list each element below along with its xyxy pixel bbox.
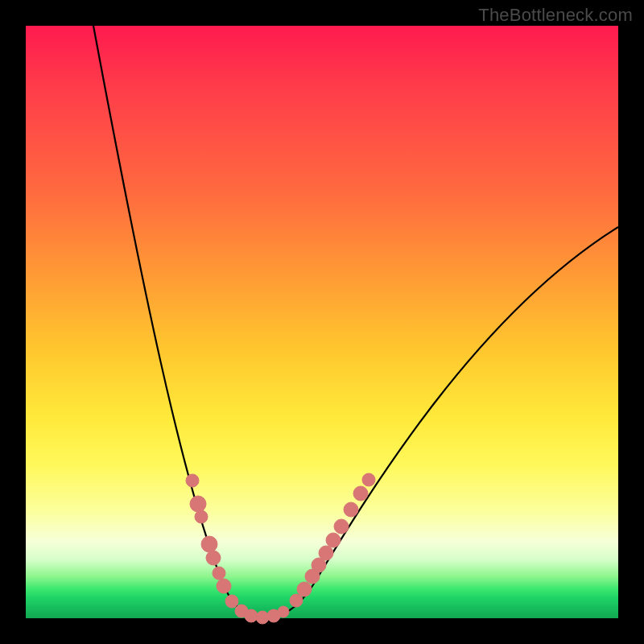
data-marker	[195, 510, 208, 523]
data-marker	[225, 595, 238, 608]
data-marker	[278, 606, 289, 617]
curve-group	[93, 26, 618, 617]
data-marker	[344, 502, 358, 517]
data-marker	[213, 567, 225, 580]
data-marker	[326, 533, 341, 547]
data-marker	[256, 611, 269, 624]
watermark-text: TheBottleneck.com	[478, 5, 633, 26]
data-marker	[201, 536, 217, 552]
marker-group	[186, 473, 375, 624]
data-marker	[319, 546, 333, 560]
curve-svg	[26, 26, 618, 618]
data-marker	[334, 519, 349, 534]
data-marker	[297, 582, 312, 597]
data-marker	[362, 473, 375, 486]
data-marker	[206, 551, 221, 565]
curve-left	[93, 26, 264, 617]
chart-frame: TheBottleneck.com	[0, 0, 644, 644]
data-marker	[245, 609, 258, 622]
data-marker	[186, 474, 199, 487]
plot-area	[26, 26, 618, 618]
data-marker	[217, 579, 231, 593]
data-marker	[353, 486, 368, 501]
data-marker	[190, 496, 206, 512]
